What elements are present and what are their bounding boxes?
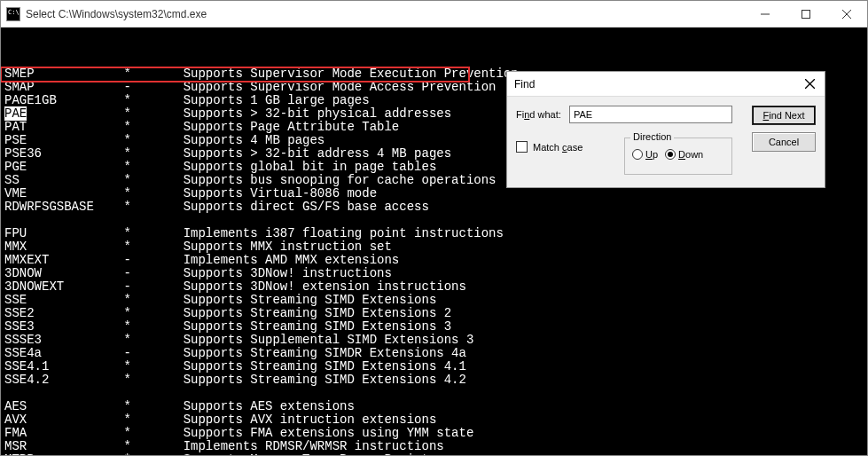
match-case-checkbox[interactable] (516, 141, 528, 153)
cmd-window: Select C:\Windows\system32\cmd.exe SMEP … (0, 0, 868, 456)
terminal-row: MMX * Supports MMX instruction set (4, 240, 864, 254)
window-controls (745, 1, 867, 27)
terminal-row: RDWRFSGSBASE * Supports direct GS/FS bas… (4, 200, 864, 214)
direction-up-radio[interactable]: Up (632, 149, 658, 160)
find-what-label: Find what: (516, 109, 569, 120)
find-dialog[interactable]: Find Find what: Find Next Cancel Match c… (506, 71, 825, 188)
cmd-icon (6, 7, 20, 21)
terminal-row: SSE4.1 * Supports Streaming SIMD Extensi… (4, 360, 864, 373)
selected-text: PAE (4, 106, 27, 121)
search-highlight-box (1, 67, 470, 83)
terminal-row (4, 387, 864, 400)
terminal-row: FPU * Implements i387 floating point ins… (4, 227, 864, 240)
terminal-row: FMA * Supports FMA extensions using YMM … (4, 427, 864, 440)
direction-group: Direction Up Down (624, 138, 732, 175)
terminal-row: VME * Supports Virtual-8086 mode (4, 187, 864, 200)
terminal-row: MSR * Implements RDMSR/WRMSR instruction… (4, 440, 864, 453)
minimize-button[interactable] (745, 1, 786, 27)
terminal-row: MTRR * Supports Memory Type Range Regist… (4, 453, 864, 455)
window-title: Select C:\Windows\system32\cmd.exe (26, 8, 745, 20)
radio-icon (632, 149, 643, 160)
cancel-button[interactable]: Cancel (752, 132, 816, 152)
find-close-button[interactable] (802, 76, 817, 92)
direction-label: Direction (630, 131, 674, 142)
svg-rect-1 (802, 10, 810, 18)
find-what-input[interactable] (569, 106, 732, 123)
terminal-row: SSE4.2 * Supports Streaming SIMD Extensi… (4, 373, 864, 387)
direction-down-radio[interactable]: Down (665, 149, 703, 160)
terminal-row: 3DNOWEXT - Supports 3DNow! extension ins… (4, 280, 864, 294)
radio-icon (665, 149, 676, 160)
terminal-row: 3DNOW - Supports 3DNow! instructions (4, 267, 864, 280)
find-next-button[interactable]: Find Next (752, 106, 816, 125)
terminal-row (4, 214, 864, 227)
close-button[interactable] (826, 1, 867, 27)
terminal-row: SSE2 * Supports Streaming SIMD Extension… (4, 307, 864, 320)
titlebar[interactable]: Select C:\Windows\system32\cmd.exe (1, 1, 867, 28)
terminal-row: AES * Supports AES extensions (4, 400, 864, 413)
terminal-row: SSE4a - Supports Streaming SIMDR Extensi… (4, 347, 864, 360)
find-titlebar[interactable]: Find (507, 72, 825, 97)
terminal-row: MMXEXT - Implements AMD MMX extensions (4, 254, 864, 267)
terminal-row: SSE3 * Supports Streaming SIMD Extension… (4, 320, 864, 334)
maximize-button[interactable] (786, 1, 826, 27)
match-case-label: Match case (533, 142, 583, 153)
terminal-row: SSE * Supports Streaming SIMD Extensions (4, 294, 864, 307)
find-title: Find (514, 78, 802, 90)
terminal-row: SSSE3 * Supports Supplemental SIMD Exten… (4, 334, 864, 347)
find-body: Find what: Find Next Cancel Match case D… (507, 97, 825, 187)
terminal-row: AVX * Supports AVX intruction extensions (4, 413, 864, 427)
